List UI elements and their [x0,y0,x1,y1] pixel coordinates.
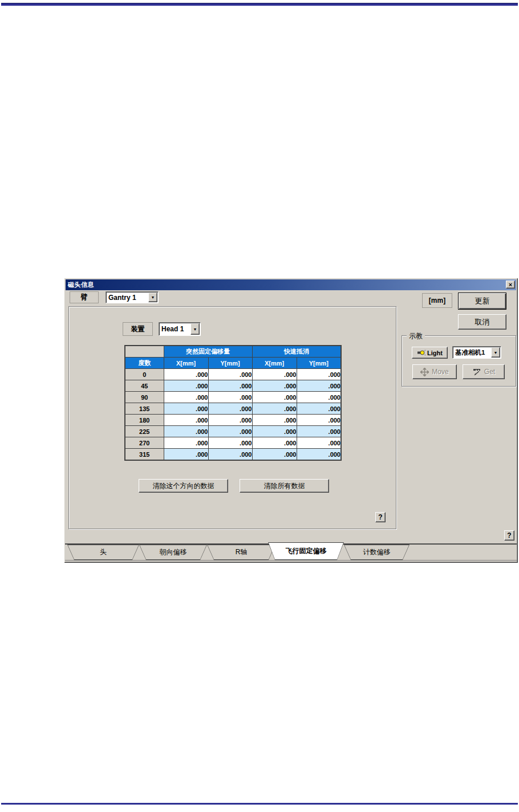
value-cell[interactable]: .000 [252,449,297,461]
title-bar[interactable]: 磁头信息 [66,279,516,290]
close-icon: × [509,281,512,288]
tab-label: 计数偏移 [344,545,409,560]
value-cell[interactable]: .000 [164,392,208,403]
cancel-button[interactable]: 取消 [458,314,506,330]
chevron-down-icon[interactable]: ▼ [491,347,500,358]
tab-label: 朝向偏移 [139,545,207,560]
help-icon: ? [378,513,382,521]
value-cell[interactable]: .000 [252,437,297,449]
value-cell[interactable]: .000 [164,380,208,392]
value-cell[interactable]: .000 [252,369,297,380]
document-page: 磁头信息 × 臂 Gantry 1 ▼ [mm] 更新 取消 装置 Head 1… [0,0,519,812]
value-cell[interactable]: .000 [252,415,297,426]
tab-label: 头 [67,545,139,560]
value-cell[interactable]: .000 [208,380,252,392]
value-cell[interactable]: .000 [297,369,341,380]
offset-table: 突然固定偏移量 快速抵消 度数 X[mm] Y[mm] X[mm] Y[mm] … [124,345,342,461]
move-button[interactable]: Move [412,364,457,379]
update-button[interactable]: 更新 [458,293,506,310]
table-corner-cell [125,346,164,358]
dialog-title: 磁头信息 [68,281,94,289]
arm-label: 臂 [70,291,99,303]
degree-cell: 315 [125,449,164,461]
clear-direction-button[interactable]: 清除这个方向的数据 [139,479,228,493]
value-cell[interactable]: .000 [164,449,208,461]
group-header-fixed-offset: 突然固定偏移量 [164,346,252,358]
degree-cell: 45 [125,380,164,392]
value-cell[interactable]: .000 [297,437,341,449]
tab-label: 飞行固定偏移 [268,542,344,560]
move-button-label: Move [432,368,448,376]
table-row: 90 .000 .000 .000 .000 [125,392,341,403]
value-cell[interactable]: .000 [297,380,341,392]
tab-orientation-offset[interactable]: 朝向偏移 [139,545,207,560]
camera-select[interactable]: 基准相机1 ▼ [452,346,501,359]
value-cell[interactable]: .000 [252,380,297,392]
degree-cell: 0 [125,369,164,380]
value-cell[interactable]: .000 [164,403,208,415]
value-cell[interactable]: .000 [297,392,341,403]
value-cell[interactable]: .000 [297,426,341,437]
page-bottom-rule [1,803,518,805]
degree-cell: 180 [125,415,164,426]
table-row: 225 .000 .000 .000 .000 [125,426,341,437]
value-cell[interactable]: .000 [252,392,297,403]
teach-group-label: 示教 [407,331,425,341]
value-cell[interactable]: .000 [164,415,208,426]
unit-label: [mm] [422,293,452,308]
degree-cell: 135 [125,403,164,415]
light-button-label: Light [427,350,443,356]
tab-count-offset[interactable]: 计数偏移 [344,545,409,560]
degree-cell: 225 [125,426,164,437]
col-header-y2: Y[mm] [297,358,341,369]
value-cell[interactable]: .000 [208,392,252,403]
col-header-degree: 度数 [125,358,164,369]
clear-all-button[interactable]: 清除所有数据 [240,479,329,493]
chevron-down-icon[interactable]: ▼ [148,293,157,302]
degree-cell: 270 [125,437,164,449]
tab-r-axis[interactable]: R轴 [207,545,275,560]
tabstrip-bottom-line [65,560,517,561]
col-header-x2: X[mm] [252,358,297,369]
get-button-label: Get [484,368,495,376]
tab-head[interactable]: 头 [67,545,139,560]
table-row: 315 .000 .000 .000 .000 [125,449,341,461]
value-cell[interactable]: .000 [297,415,341,426]
value-cell[interactable]: .000 [252,426,297,437]
gantry-select-value: Gantry 1 [108,292,148,303]
table-row: 45 .000 .000 .000 .000 [125,380,341,392]
table-row: 180 .000 .000 .000 .000 [125,415,341,426]
head-select-value: Head 1 [161,323,190,335]
value-cell[interactable]: .000 [208,426,252,437]
camera-select-value: 基准相机1 [455,347,490,358]
get-icon [472,368,481,376]
device-label: 装置 [123,322,153,336]
value-cell[interactable]: .000 [164,369,208,380]
page-top-rule [1,3,518,6]
degree-cell: 90 [125,392,164,403]
gantry-select[interactable]: Gantry 1 ▼ [106,291,159,303]
help-button-panel[interactable]: ? [375,512,386,522]
chevron-down-icon[interactable]: ▼ [190,323,200,335]
value-cell[interactable]: .000 [208,437,252,449]
value-cell[interactable]: .000 [297,403,341,415]
value-cell[interactable]: .000 [164,437,208,449]
light-button[interactable]: Light [412,347,448,359]
flashlight-icon [417,350,425,356]
close-button[interactable]: × [506,281,515,289]
value-cell[interactable]: .000 [208,449,252,461]
head-select[interactable]: Head 1 ▼ [159,322,201,336]
value-cell[interactable]: .000 [297,449,341,461]
value-cell[interactable]: .000 [208,403,252,415]
get-button[interactable]: Get [463,364,505,379]
value-cell[interactable]: .000 [164,426,208,437]
group-header-quick-cancel: 快速抵消 [252,346,341,358]
tab-flight-fixed-offset[interactable]: 飞行固定偏移 [268,542,344,560]
head-information-dialog: 磁头信息 × 臂 Gantry 1 ▼ [mm] 更新 取消 装置 Head 1… [64,278,518,563]
value-cell[interactable]: .000 [208,369,252,380]
value-cell[interactable]: .000 [252,403,297,415]
value-cell[interactable]: .000 [208,415,252,426]
table-row: 270 .000 .000 .000 .000 [125,437,341,449]
tab-label: R轴 [207,545,275,560]
help-button-dialog[interactable]: ? [504,530,514,541]
